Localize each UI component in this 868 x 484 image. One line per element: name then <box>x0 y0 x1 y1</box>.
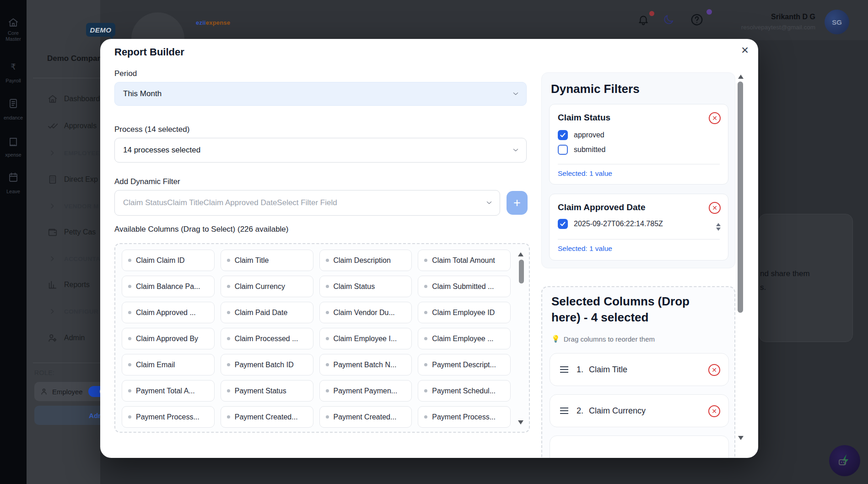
role-toggle[interactable] <box>88 386 100 397</box>
sidebar-item-accounting[interactable]: ACCOUNTA <box>27 250 100 267</box>
column-chip[interactable]: Payment Created... <box>221 406 313 428</box>
column-chip[interactable]: Claim Balance Pa... <box>122 276 215 297</box>
column-chip-label: Payment Process... <box>136 413 199 421</box>
column-chip[interactable]: Payment Process... <box>418 406 511 428</box>
column-chip[interactable]: Payment Total A... <box>122 380 215 402</box>
sidebar-item-petty-cash[interactable]: Petty Cas <box>27 224 100 240</box>
column-chip[interactable]: Payment Paymen... <box>319 380 412 402</box>
sort-arrows-icon[interactable] <box>716 221 721 233</box>
remove-filter-icon[interactable]: ✕ <box>709 112 721 124</box>
drag-handle-icon[interactable] <box>560 366 568 373</box>
column-chip[interactable]: Claim Employee ID <box>418 302 511 323</box>
selected-column-item-partial[interactable] <box>550 435 729 458</box>
sidebar-item-configuration[interactable]: CONFIGUR <box>27 303 100 320</box>
sidebar-item-label: Reports <box>64 281 90 289</box>
filter-field-select[interactable]: Claim StatusClaim TitleClaim Approved Da… <box>114 190 500 216</box>
column-chip[interactable]: Claim Description <box>319 250 412 271</box>
scroll-down-arrow[interactable] <box>518 420 523 427</box>
dark-mode-moon-icon[interactable] <box>663 14 674 26</box>
chip-dot-icon <box>128 259 131 262</box>
column-chip[interactable]: Claim Employee I... <box>319 328 412 349</box>
column-chip-label: Payment Schedul... <box>432 387 496 395</box>
scrollbar-thumb[interactable] <box>519 260 524 283</box>
column-chip[interactable]: Payment Batch N... <box>319 354 412 375</box>
selected-column-label: Claim Title <box>589 365 627 375</box>
column-chip[interactable]: Claim Title <box>221 250 313 271</box>
usergear-icon <box>48 333 58 343</box>
selected-column-item[interactable]: 2. Claim Currency ✕ <box>550 394 729 427</box>
column-chip[interactable]: Claim Approved By <box>122 328 215 349</box>
dynamic-filters-heading: Dynamic Filters <box>551 82 640 96</box>
tip-text: Drag columns to reorder them <box>564 335 655 343</box>
sidebar-item-vendor-management[interactable]: VENDOR M <box>27 198 100 214</box>
attendance-icon <box>8 98 19 109</box>
column-chip[interactable]: Payment Descript... <box>418 354 511 375</box>
period-label: Period <box>114 69 137 78</box>
chip-dot-icon <box>227 415 230 419</box>
role-admin-button[interactable]: Admin <box>34 406 100 425</box>
checkbox-unchecked[interactable] <box>558 145 568 155</box>
column-chip[interactable]: Claim Currency <box>221 276 313 297</box>
sidebar-item-approvals[interactable]: Approvals <box>27 118 100 134</box>
scrollbar-thumb[interactable] <box>738 82 743 313</box>
remove-filter-icon[interactable]: ✕ <box>709 202 721 214</box>
column-chip[interactable]: Payment Batch ID <box>221 354 313 375</box>
column-chip-label: Payment Paymen... <box>334 387 398 395</box>
notifications-bell-icon[interactable] <box>637 14 649 26</box>
column-chip[interactable]: Claim Total Amount <box>418 250 511 271</box>
remove-column-icon[interactable]: ✕ <box>708 364 720 376</box>
role-label: ROLE: <box>34 369 55 376</box>
column-chip[interactable]: Claim Paid Date <box>221 302 313 323</box>
chevron-right-icon <box>49 255 56 262</box>
sidebar-item-direct-expenses[interactable]: Direct Exp <box>27 171 100 188</box>
checkbox-checked[interactable] <box>558 219 568 229</box>
add-dynamic-filter-label: Add Dynamic Filter <box>114 177 180 186</box>
column-chip[interactable]: Claim Approved ... <box>122 302 215 323</box>
help-icon[interactable] <box>690 13 704 27</box>
remove-column-icon[interactable]: ✕ <box>708 405 720 417</box>
process-select[interactable]: 14 processes selected <box>114 138 527 163</box>
column-chip[interactable]: Payment Schedul... <box>418 380 511 402</box>
sidebar-item-dashboard[interactable]: Dashboard <box>27 91 100 107</box>
chip-dot-icon <box>128 337 131 340</box>
period-select[interactable]: This Month <box>114 82 527 106</box>
column-chip-label: Claim Email <box>136 361 175 369</box>
column-chip[interactable]: Claim Email <box>122 354 215 375</box>
rail-item-expense[interactable]: xpense <box>0 136 27 158</box>
app-screen: eziiexpense Srikanth D G resolvepaytest@… <box>0 0 868 484</box>
chip-dot-icon <box>227 259 230 262</box>
sidebar-item-admin[interactable]: Admin <box>27 330 100 346</box>
scroll-up-arrow[interactable] <box>518 250 523 256</box>
column-chip[interactable]: Payment Process... <box>122 406 215 428</box>
rail-item-core-master[interactable]: Core Master <box>0 17 27 42</box>
column-chip[interactable]: Payment Created... <box>319 406 412 428</box>
column-chip[interactable]: Claim Vendor Du... <box>319 302 412 323</box>
module-rail: Core Master₹PayrollendancexpenseLeave <box>0 0 27 484</box>
expense-icon <box>8 136 19 147</box>
column-chip[interactable]: Payment Status <box>221 380 313 402</box>
column-chip[interactable]: Claim Processed ... <box>221 328 313 349</box>
column-chip[interactable]: Claim Employee ... <box>418 328 511 349</box>
background-text-fragment: s. <box>760 283 766 292</box>
column-chip[interactable]: Claim Status <box>319 276 412 297</box>
scroll-down-arrow[interactable] <box>738 436 744 443</box>
drag-handle-icon[interactable] <box>560 408 568 414</box>
checkbox-checked[interactable] <box>558 130 568 140</box>
sidebar-item-employee[interactable]: EMPLOYEE <box>27 145 100 161</box>
sidebar-item-reports[interactable]: Reports <box>27 277 100 293</box>
selected-column-item[interactable]: 1. Claim Title ✕ <box>550 353 729 386</box>
rail-item-payroll[interactable]: ₹Payroll <box>0 61 27 84</box>
sidebar-item-label: Admin <box>64 334 85 342</box>
sidebar-item-label: Direct Exp <box>64 175 98 184</box>
assistant-fab-button[interactable] <box>829 445 860 476</box>
check2-icon <box>48 121 58 131</box>
column-chip[interactable]: Claim Claim ID <box>122 250 215 271</box>
add-filter-button[interactable]: + <box>507 191 528 215</box>
rail-item-leave[interactable]: Leave <box>0 172 27 195</box>
close-icon[interactable]: ✕ <box>736 42 754 59</box>
avatar[interactable]: SG <box>825 10 849 34</box>
scroll-up-arrow[interactable] <box>738 72 744 79</box>
column-chip[interactable]: Claim Submitted ... <box>418 276 511 297</box>
rail-item-attendance[interactable]: endance <box>0 98 27 121</box>
process-value: 14 processes selected <box>123 146 200 155</box>
